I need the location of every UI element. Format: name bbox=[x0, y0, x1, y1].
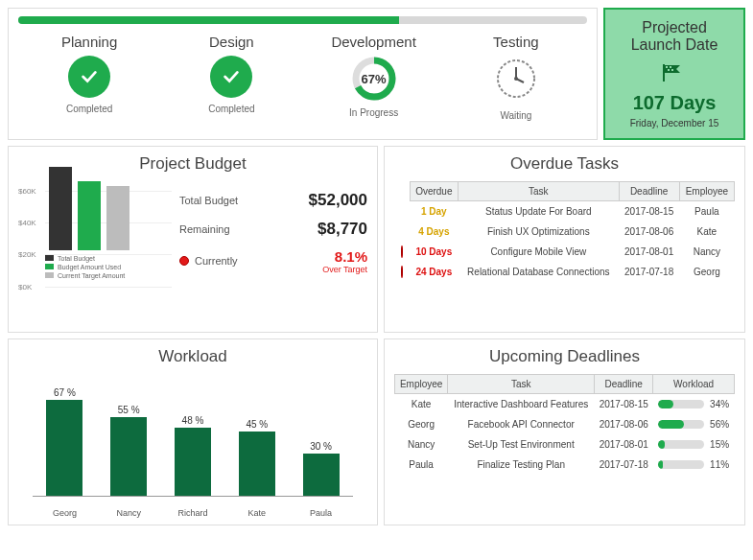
phase-status: Waiting bbox=[445, 110, 587, 121]
workload-name: Nancy bbox=[100, 503, 157, 518]
workload-bar-item: 67 % bbox=[35, 387, 93, 497]
deadlines-card: Upcoming Deadlines EmployeeTaskDeadlineW… bbox=[384, 338, 745, 525]
workload-bar-item: 55 % bbox=[100, 405, 157, 497]
launch-date: Friday, December 15 bbox=[611, 118, 738, 128]
phase-development: Development67%In Progress bbox=[303, 34, 445, 121]
col-header: Deadline bbox=[595, 374, 653, 393]
workload-pct: 45 % bbox=[246, 419, 268, 430]
total-budget-label: Total Budget bbox=[179, 195, 238, 206]
budget-card: Project Budget $60K$40K$20K$0K Total Bud… bbox=[8, 146, 378, 333]
svg-rect-9 bbox=[668, 69, 670, 71]
col-header: Task bbox=[448, 374, 595, 393]
workload-bar bbox=[110, 417, 147, 497]
check-icon bbox=[210, 56, 252, 98]
employee: Paula bbox=[395, 455, 448, 475]
currently-label: Currently bbox=[195, 255, 238, 267]
overdue-card: Overdue Tasks OverdueTaskDeadlineEmploye… bbox=[384, 146, 745, 333]
budget-chart: $60K$40K$20K$0K Total BudgetBudget Amoun… bbox=[18, 181, 172, 274]
col-header: Workload bbox=[653, 374, 735, 393]
over-target-sub: Over Target bbox=[322, 265, 367, 274]
workload-pill: 15% bbox=[657, 439, 731, 450]
task-name: Status Update For Board bbox=[459, 200, 619, 222]
budget-bar bbox=[49, 167, 72, 250]
workload-bar bbox=[175, 428, 211, 497]
progress-track bbox=[18, 16, 587, 24]
alert-dot-icon bbox=[401, 245, 403, 258]
svg-rect-7 bbox=[666, 66, 668, 68]
employee: Georg bbox=[679, 262, 734, 282]
workload-pct: 30 % bbox=[310, 441, 332, 452]
alert-dot-icon bbox=[179, 256, 189, 266]
col-header: Deadline bbox=[619, 181, 679, 200]
deadline: 2017-08-15 bbox=[619, 200, 679, 222]
table-row: 24 DaysRelational Database Connections20… bbox=[394, 262, 735, 282]
launch-title-1: Projected bbox=[642, 19, 707, 35]
deadline: 2017-08-01 bbox=[595, 434, 653, 455]
deadlines-title: Upcoming Deadlines bbox=[394, 347, 735, 366]
workload-title: Workload bbox=[18, 347, 367, 366]
workload-name: Georg bbox=[35, 503, 93, 518]
workload-pct: 11% bbox=[710, 459, 729, 470]
col-header: Overdue bbox=[410, 181, 459, 200]
remaining-value: $8,770 bbox=[318, 220, 367, 239]
deadline: 2017-08-06 bbox=[595, 414, 653, 434]
workload-chart: 67 %55 %48 %45 %30 % GeorgNancyRichardKa… bbox=[23, 374, 363, 518]
col-header: Employee bbox=[679, 181, 734, 200]
employee: Nancy bbox=[679, 242, 734, 262]
workload-name: Kate bbox=[228, 503, 286, 518]
task-name: Set-Up Test Environment bbox=[448, 434, 595, 455]
workload-pct: 56% bbox=[710, 419, 729, 430]
phase-title: Testing bbox=[445, 34, 587, 50]
task-name: Finalize Testing Plan bbox=[448, 455, 595, 475]
remaining-label: Remaining bbox=[179, 223, 230, 235]
workload-pct: 48 % bbox=[182, 415, 204, 426]
phase-title: Planning bbox=[18, 34, 160, 50]
employee: Kate bbox=[679, 222, 734, 242]
task-name: Configure Mobile View bbox=[459, 242, 619, 262]
overdue-days: 1 Day bbox=[410, 200, 459, 222]
workload-name: Richard bbox=[164, 503, 222, 518]
col-header: Employee bbox=[395, 374, 448, 393]
launch-card: Projected Launch Date 107 Days Friday, D… bbox=[603, 8, 745, 140]
phase-title: Design bbox=[160, 34, 302, 50]
table-row: 4 DaysFinish UX Optimizations2017-08-06K… bbox=[394, 222, 735, 242]
budget-bar bbox=[106, 186, 129, 250]
task-name: Finish UX Optimizations bbox=[459, 222, 619, 242]
budget-bar bbox=[78, 181, 101, 250]
over-target-pct: 8.1% bbox=[335, 248, 367, 265]
table-row: GeorgFacebook API Connector2017-08-0656% bbox=[395, 414, 735, 434]
phase-status: Completed bbox=[160, 104, 302, 114]
workload-pill: 56% bbox=[657, 419, 731, 430]
deadlines-table: EmployeeTaskDeadlineWorkload KateInterac… bbox=[394, 374, 735, 475]
task-name: Interactive Dashboard Features bbox=[448, 393, 595, 414]
table-row: PaulaFinalize Testing Plan2017-07-1811% bbox=[395, 455, 735, 475]
table-row: 10 DaysConfigure Mobile View2017-08-01Na… bbox=[394, 242, 735, 262]
table-row: NancySet-Up Test Environment2017-08-0115… bbox=[395, 434, 735, 455]
workload-bar bbox=[46, 400, 82, 497]
legend-item: Total Budget bbox=[45, 254, 125, 263]
deadline: 2017-08-06 bbox=[619, 222, 679, 242]
workload-pct: 34% bbox=[710, 399, 729, 409]
progress-fill bbox=[18, 16, 399, 24]
phases-card: PlanningCompletedDesignCompletedDevelopm… bbox=[8, 8, 598, 140]
svg-line-5 bbox=[516, 79, 524, 82]
progress-donut-icon: 67% bbox=[351, 56, 397, 102]
workload-card: Workload 67 %55 %48 %45 %30 % GeorgNancy… bbox=[8, 338, 378, 525]
legend-item: Current Target Amount bbox=[45, 271, 125, 280]
workload-pill: 34% bbox=[657, 399, 731, 409]
task-name: Relational Database Connections bbox=[459, 262, 619, 282]
phase-testing: TestingWaiting bbox=[445, 34, 587, 121]
flag-icon bbox=[661, 62, 688, 83]
workload-bar-item: 30 % bbox=[293, 441, 350, 497]
deadline: 2017-07-18 bbox=[619, 262, 679, 282]
svg-rect-8 bbox=[670, 66, 671, 68]
overdue-table: OverdueTaskDeadlineEmployee 1 DayStatus … bbox=[394, 181, 735, 282]
employee: Kate bbox=[395, 393, 448, 414]
workload-bar-item: 45 % bbox=[228, 419, 286, 497]
deadline: 2017-08-15 bbox=[595, 393, 653, 414]
overdue-title: Overdue Tasks bbox=[394, 154, 735, 174]
phase-planning: PlanningCompleted bbox=[18, 34, 160, 121]
workload-bar bbox=[239, 432, 275, 497]
alert-dot-icon bbox=[401, 266, 403, 278]
overdue-days: 10 Days bbox=[410, 242, 459, 262]
